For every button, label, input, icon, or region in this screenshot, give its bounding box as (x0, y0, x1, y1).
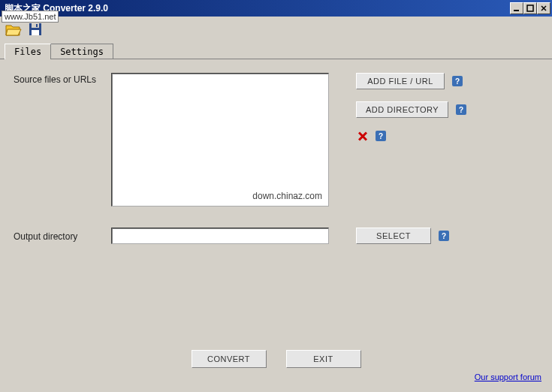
close-button[interactable] (537, 2, 550, 14)
exit-button[interactable]: EXIT (286, 350, 361, 368)
open-icon[interactable] (5, 21, 23, 38)
help-icon[interactable]: ? (456, 104, 466, 115)
titlebar: 脚本之家 Converter 2.9.0 (0, 0, 552, 17)
action-buttons: CONVERT EXIT (0, 350, 552, 368)
overlay-watermark: www.Jb51.net (2, 11, 59, 23)
source-listbox[interactable]: down.chinaz.com (111, 73, 329, 207)
save-icon[interactable] (27, 21, 45, 38)
svg-rect-5 (32, 23, 39, 28)
tabstrip: Files Settings (0, 44, 552, 59)
svg-rect-0 (514, 10, 519, 11)
tab-settings[interactable]: Settings (50, 44, 113, 59)
convert-button[interactable]: CONVERT (192, 350, 267, 368)
listbox-watermark: down.chinaz.com (252, 191, 322, 201)
help-icon[interactable]: ? (452, 76, 463, 86)
select-button[interactable]: SELECT (356, 228, 431, 244)
toolbar (0, 17, 552, 42)
svg-rect-6 (32, 30, 39, 35)
svg-rect-7 (36, 24, 38, 27)
add-file-button[interactable]: ADD FILE / URL (356, 73, 445, 89)
tab-panel-files: Source files or URLs down.chinaz.com ADD… (0, 59, 552, 386)
source-label: Source files or URLs (14, 73, 111, 85)
tab-files[interactable]: Files (5, 44, 51, 59)
output-label: Output directory (14, 230, 111, 242)
help-icon[interactable]: ? (376, 131, 386, 141)
minimize-button[interactable] (510, 2, 523, 14)
svg-rect-1 (527, 5, 533, 11)
output-directory-input[interactable] (111, 228, 329, 244)
maximize-button[interactable] (523, 2, 537, 14)
help-icon[interactable]: ? (439, 231, 449, 241)
add-directory-button[interactable]: ADD DIRECTORY (356, 101, 448, 118)
delete-icon[interactable] (356, 130, 368, 142)
support-forum-link[interactable]: Our support forum (475, 372, 541, 381)
window-controls (510, 2, 550, 14)
